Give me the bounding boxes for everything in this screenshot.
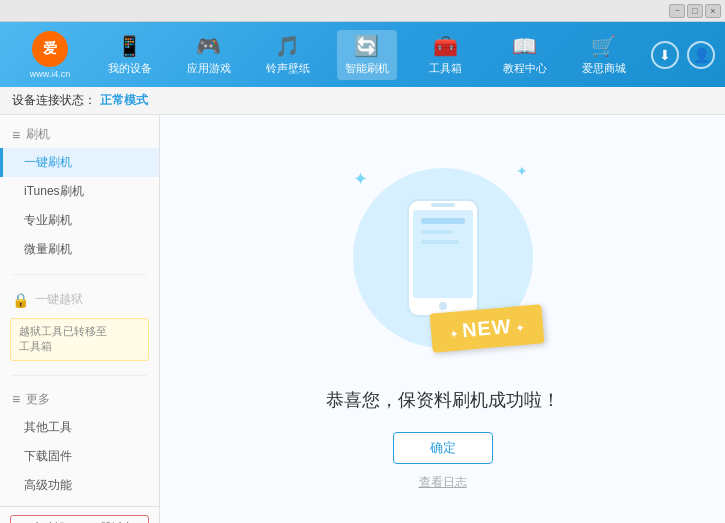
nav-ringtones[interactable]: 🎵 铃声壁纸 [258, 30, 318, 80]
main-content: ≡ 刷机 一键刷机 iTunes刷机 专业刷机 微量刷机 🔒 一键越狱 [0, 115, 725, 523]
checkbox-row: 自动解锁 跳过向导 [10, 515, 149, 523]
nav-tutorial[interactable]: 📖 教程中心 [495, 30, 555, 80]
sidebar-section-more-title: ≡ 更多 [0, 386, 159, 413]
jailbreak-note: 越狱工具已转移至工具箱 [10, 318, 149, 361]
logo-subtitle: www.i4.cn [30, 69, 71, 79]
nav-apps-games-label: 应用游戏 [187, 61, 231, 76]
sparkle-tr-icon: ✦ [516, 163, 528, 179]
nav-apps-games[interactable]: 🎮 应用游戏 [179, 30, 239, 80]
nav-shop-label: 爱思商城 [582, 61, 626, 76]
flash-section-icon: ≡ [12, 127, 20, 143]
tutorial-icon: 📖 [512, 34, 537, 58]
ringtones-icon: 🎵 [275, 34, 300, 58]
toolbox-icon: 🧰 [433, 34, 458, 58]
svg-rect-4 [421, 218, 465, 224]
sidebar-divider-2 [12, 375, 147, 376]
logo-icon: 爱 [32, 31, 68, 67]
sidebar-section-more: ≡ 更多 其他工具 下载固件 高级功能 [0, 380, 159, 506]
nav-my-device-label: 我的设备 [108, 61, 152, 76]
svg-rect-5 [421, 230, 453, 234]
maximize-button[interactable]: □ [687, 4, 703, 18]
svg-rect-2 [431, 203, 455, 207]
user-button[interactable]: 👤 [687, 41, 715, 69]
svg-point-3 [439, 302, 447, 310]
header: 爱 www.i4.cn 📱 我的设备 🎮 应用游戏 🎵 铃声壁纸 🔄 智能刷机 … [0, 22, 725, 87]
sidebar-section-flash: ≡ 刷机 一键刷机 iTunes刷机 专业刷机 微量刷机 [0, 115, 159, 270]
other-tools-label: 其他工具 [24, 420, 72, 434]
sidebar-item-itunes-flash[interactable]: iTunes刷机 [0, 177, 159, 206]
flash-section-label: 刷机 [26, 126, 50, 143]
nav-ringtones-label: 铃声壁纸 [266, 61, 310, 76]
logo-area: 爱 www.i4.cn [10, 31, 90, 79]
sidebar-divider-1 [12, 274, 147, 275]
sidebar-item-one-key-flash[interactable]: 一键刷机 [0, 148, 159, 177]
one-key-flash-label: 一键刷机 [24, 155, 72, 169]
jailbreak-section-label: 一键越狱 [35, 291, 83, 308]
status-bar: 设备连接状态： 正常模式 [0, 87, 725, 115]
success-text: 恭喜您，保资料刷机成功啦！ [326, 388, 560, 412]
sidebar-bottom: 自动解锁 跳过向导 📱 iPhone 12 mini 64GB Down-12m… [0, 506, 159, 523]
nav-tutorial-label: 教程中心 [503, 61, 547, 76]
nav-my-device[interactable]: 📱 我的设备 [100, 30, 160, 80]
illustration: ✦ ✦ NEW [333, 148, 553, 368]
sidebar-section-flash-title: ≡ 刷机 [0, 121, 159, 148]
more-section-icon: ≡ [12, 391, 20, 407]
sidebar-section-jailbreak-title: 🔒 一键越狱 [0, 285, 159, 314]
download-button[interactable]: ⬇ [651, 41, 679, 69]
sidebar-section-jailbreak: 🔒 一键越狱 越狱工具已转移至工具箱 [0, 279, 159, 371]
confirm-button[interactable]: 确定 [393, 432, 493, 464]
nav-smart-flash[interactable]: 🔄 智能刷机 [337, 30, 397, 80]
title-bar: － □ × [0, 0, 725, 22]
svg-rect-6 [421, 240, 459, 244]
nav-smart-flash-label: 智能刷机 [345, 61, 389, 76]
more-section-label: 更多 [26, 391, 50, 408]
nav-right-actions: ⬇ 👤 [651, 41, 715, 69]
close-button[interactable]: × [705, 4, 721, 18]
phone-illustration [403, 198, 483, 318]
sidebar-item-download-firmware[interactable]: 下载固件 [0, 442, 159, 471]
status-label: 设备连接状态： [12, 92, 96, 109]
shop-icon: 🛒 [591, 34, 616, 58]
my-device-icon: 📱 [117, 34, 142, 58]
sidebar-item-other-tools[interactable]: 其他工具 [0, 413, 159, 442]
download-firmware-label: 下载固件 [24, 449, 72, 463]
sidebar: ≡ 刷机 一键刷机 iTunes刷机 专业刷机 微量刷机 🔒 一键越狱 [0, 115, 160, 523]
apps-games-icon: 🎮 [196, 34, 221, 58]
smart-flash-icon: 🔄 [354, 34, 379, 58]
status-value: 正常模式 [100, 92, 148, 109]
itunes-flash-label: iTunes刷机 [24, 184, 84, 198]
nav-toolbox-label: 工具箱 [429, 61, 462, 76]
pro-flash-label: 专业刷机 [24, 213, 72, 227]
nav-shop[interactable]: 🛒 爱思商城 [574, 30, 634, 80]
jailbreak-note-text: 越狱工具已转移至工具箱 [19, 325, 107, 352]
sidebar-item-micro-flash[interactable]: 微量刷机 [0, 235, 159, 264]
log-link[interactable]: 查看日志 [419, 474, 467, 491]
nav-toolbox[interactable]: 🧰 工具箱 [416, 30, 476, 80]
sparkle-tl-icon: ✦ [353, 168, 368, 190]
lock-icon: 🔒 [12, 292, 29, 308]
sidebar-item-advanced[interactable]: 高级功能 [0, 471, 159, 500]
sidebar-item-pro-flash[interactable]: 专业刷机 [0, 206, 159, 235]
minimize-button[interactable]: － [669, 4, 685, 18]
advanced-label: 高级功能 [24, 478, 72, 492]
micro-flash-label: 微量刷机 [24, 242, 72, 256]
nav-bar: 📱 我的设备 🎮 应用游戏 🎵 铃声壁纸 🔄 智能刷机 🧰 工具箱 📖 教程中心… [90, 30, 643, 80]
center-area: ✦ ✦ NEW 恭喜您，保资料刷机成功啦！ 确定 查看日志 [160, 115, 725, 523]
